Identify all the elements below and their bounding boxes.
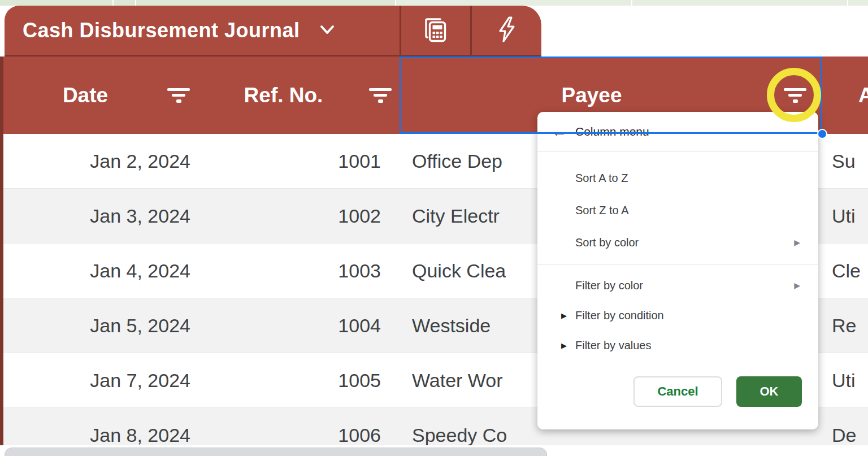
menu-item-sort-by-color[interactable]: Sort by color ▶ — [537, 227, 818, 259]
filter-icon[interactable] — [369, 87, 392, 104]
column-menu-header: ← Column menu — [537, 112, 818, 151]
date-cell[interactable]: Jan 5, 2024 — [3, 315, 194, 337]
ref-cell[interactable]: 1004 — [194, 315, 396, 337]
screen: Cash Disbursement Journal — [0, 0, 868, 456]
gridline — [631, 0, 632, 6]
filter-section: Filter by color ▶ ▶ Filter by condition … — [537, 265, 818, 364]
filter-icon[interactable] — [784, 87, 806, 104]
cancel-button[interactable]: Cancel — [633, 376, 722, 407]
submenu-arrow-icon: ▶ — [794, 227, 800, 259]
spreadsheet-strip — [0, 0, 868, 6]
column-header-date[interactable]: Date — [3, 57, 198, 134]
table-title: Cash Disbursement Journal — [23, 19, 300, 42]
gridline — [112, 0, 114, 6]
column-header-account[interactable]: A — [822, 57, 868, 134]
filter-icon[interactable] — [167, 87, 190, 104]
column-label: A — [858, 84, 868, 107]
ok-button[interactable]: OK — [736, 376, 802, 407]
submenu-arrow-icon: ▶ — [794, 271, 800, 301]
menu-item-label: Sort by color — [575, 236, 639, 249]
column-header-ref-no[interactable]: Ref. No. — [198, 57, 400, 134]
menu-item-sort-a-to-z[interactable]: Sort A to Z — [537, 162, 818, 194]
sort-section: Sort A to Z Sort Z to A Sort by color ▶ — [537, 152, 818, 264]
expand-arrow-icon[interactable]: ▶ — [561, 301, 567, 331]
date-cell[interactable]: Jan 2, 2024 — [3, 150, 194, 172]
table-name-dropdown[interactable]: Cash Disbursement Journal — [5, 6, 400, 55]
column-label: Date — [3, 84, 167, 107]
menu-item-label: Sort A to Z — [575, 172, 628, 184]
menu-item-sort-z-to-a[interactable]: Sort Z to A — [537, 194, 818, 227]
chevron-down-icon — [317, 22, 337, 39]
column-label: Ref. No. — [198, 84, 369, 107]
menu-item-label: Sort Z to A — [575, 204, 628, 216]
column-menu-popup: ← Column menu Sort A to Z Sort Z to A So… — [537, 112, 818, 429]
account-cell[interactable]: Uti — [819, 205, 868, 227]
ref-cell[interactable]: 1003 — [194, 260, 396, 282]
table-title-toolbar: Cash Disbursement Journal — [5, 6, 541, 57]
account-cell[interactable]: Re — [819, 315, 868, 337]
date-cell[interactable]: Jan 8, 2024 — [3, 424, 194, 446]
account-cell[interactable]: De — [819, 424, 868, 446]
ref-cell[interactable]: 1002 — [194, 205, 396, 227]
expand-arrow-icon[interactable]: ▶ — [561, 331, 567, 361]
menu-item-label: Filter by values — [575, 339, 652, 351]
gridline — [395, 0, 396, 6]
date-cell[interactable]: Jan 4, 2024 — [3, 260, 194, 282]
gridline — [135, 0, 136, 6]
column-selection-handle[interactable] — [817, 129, 827, 139]
menu-item-label: Filter by condition — [575, 309, 664, 322]
table-view-button[interactable] — [400, 6, 470, 55]
ref-cell[interactable]: 1006 — [194, 424, 396, 446]
ref-cell[interactable]: 1005 — [194, 370, 396, 392]
horizontal-scrollbar-track — [0, 445, 868, 456]
back-arrow-icon[interactable]: ← — [552, 124, 573, 140]
gridline — [847, 0, 848, 6]
account-cell[interactable]: Uti — [819, 370, 868, 392]
menu-item-filter-by-color[interactable]: Filter by color ▶ — [537, 271, 818, 301]
date-cell[interactable]: Jan 7, 2024 — [3, 370, 194, 392]
menu-item-filter-by-condition[interactable]: ▶ Filter by condition — [537, 301, 818, 331]
account-cell[interactable]: Su — [819, 150, 868, 172]
column-menu-title: Column menu — [575, 125, 649, 138]
account-cell[interactable]: Cle — [819, 260, 868, 282]
ref-cell[interactable]: 1001 — [194, 150, 396, 172]
lightning-icon — [492, 14, 522, 47]
date-cell[interactable]: Jan 3, 2024 — [3, 205, 194, 227]
popup-button-row: Cancel OK — [537, 376, 818, 407]
horizontal-scrollbar-thumb[interactable] — [5, 448, 547, 456]
menu-item-filter-by-values[interactable]: ▶ Filter by values — [537, 331, 818, 361]
table-view-icon — [420, 14, 452, 47]
column-label: Payee — [400, 84, 784, 107]
quick-actions-button[interactable] — [470, 6, 541, 55]
menu-item-label: Filter by color — [575, 279, 643, 292]
